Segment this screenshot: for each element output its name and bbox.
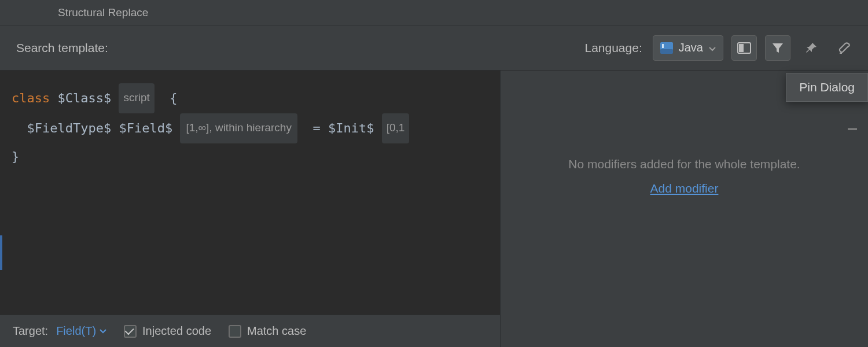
svg-rect-2 <box>662 44 664 48</box>
badge-field-constraints[interactable]: [1,∞], within hierarchy <box>180 113 297 143</box>
chevron-down-icon <box>709 42 716 54</box>
code-var-class: $Class$ <box>57 91 111 105</box>
modifiers-panel: No modifiers added for the whole templat… <box>501 71 868 347</box>
main-area: class $Class$ script { $FieldType$ $Fiel… <box>0 71 868 347</box>
add-modifier-link[interactable]: Add modifier <box>650 182 719 195</box>
toolbar: Search template: Language: Java <box>0 25 868 71</box>
filter-button[interactable] <box>765 35 790 61</box>
checkbox-icon <box>229 325 241 338</box>
code-equals: = <box>312 121 320 135</box>
checkbox-icon <box>124 325 137 338</box>
target-select[interactable]: Field(T) <box>56 324 106 338</box>
pin-button[interactable] <box>799 35 824 61</box>
editor-bottom-bar: Target: Field(T) Injected code Match cas… <box>0 315 500 347</box>
svg-rect-1 <box>660 49 673 54</box>
no-modifiers-text: No modifiers added for the whole templat… <box>501 157 868 171</box>
search-template-editor[interactable]: class $Class$ script { $FieldType$ $Fiel… <box>0 71 500 315</box>
collapse-button[interactable] <box>846 123 859 135</box>
injected-code-checkbox[interactable]: Injected code <box>124 324 211 338</box>
language-label: Language: <box>584 41 642 55</box>
language-value: Java <box>679 41 703 54</box>
code-var-field: $Field$ <box>119 121 172 135</box>
chevron-down-icon <box>100 329 106 334</box>
target-label: Target: <box>13 324 48 338</box>
language-select[interactable]: Java <box>653 35 723 61</box>
editor-column: class $Class$ script { $FieldType$ $Fiel… <box>0 71 501 347</box>
code-brace-open: { <box>170 91 177 105</box>
match-case-label: Match case <box>247 324 306 338</box>
window-titlebar: Structural Replace <box>0 0 868 25</box>
tooltip-text: Pin Dialog <box>799 80 855 94</box>
match-case-checkbox[interactable]: Match case <box>229 324 306 338</box>
badge-script[interactable]: script <box>119 83 154 113</box>
code-brace-close: } <box>12 149 19 164</box>
toggle-panel-button[interactable] <box>731 35 757 61</box>
code-var-fieldtype: $FieldType$ <box>27 121 112 135</box>
target-value: Field(T) <box>56 324 96 338</box>
code-keyword-class: class <box>12 91 50 105</box>
window-title: Structural Replace <box>58 6 148 19</box>
toolbar-right: Language: Java <box>584 35 858 61</box>
settings-button[interactable] <box>832 35 858 61</box>
badge-init-constraints[interactable]: [0,1 <box>382 113 410 143</box>
search-template-label: Search template: <box>16 41 108 55</box>
svg-rect-4 <box>739 44 744 52</box>
code-var-init: $Init$ <box>328 121 374 135</box>
pin-dialog-tooltip: Pin Dialog <box>786 73 868 102</box>
java-file-icon <box>660 42 673 54</box>
injected-code-label: Injected code <box>142 324 211 338</box>
svg-rect-5 <box>848 128 857 130</box>
